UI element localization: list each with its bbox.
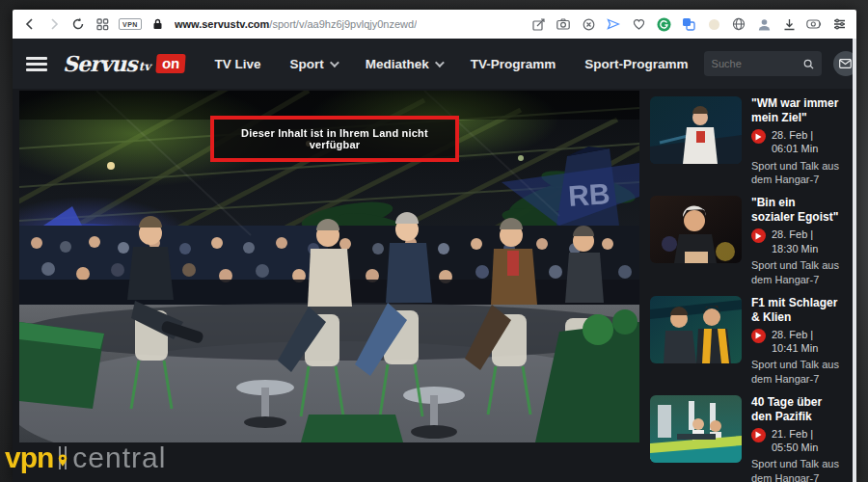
video-info: 40 Tage über den Pazifik 21. Feb | 05:50… bbox=[751, 395, 841, 482]
tune-icon[interactable] bbox=[831, 16, 847, 32]
toolbar-extensions bbox=[530, 16, 847, 32]
navbar-actions bbox=[704, 51, 856, 76]
vpncentral-watermark: vpn central bbox=[5, 442, 166, 474]
compose-icon[interactable] bbox=[530, 16, 546, 32]
translate-icon[interactable] bbox=[681, 16, 696, 32]
video-title[interactable]: "WM war immer mein Ziel" bbox=[751, 96, 841, 125]
nav-item-mediathek[interactable]: Mediathek bbox=[366, 57, 442, 71]
search-input[interactable] bbox=[712, 58, 798, 69]
watermark-vpn-text: vpn bbox=[5, 442, 53, 474]
nav-item-sport[interactable]: Sport bbox=[290, 57, 337, 71]
globe-icon[interactable] bbox=[731, 16, 746, 32]
nav-item-sport-programm[interactable]: Sport-Programm bbox=[584, 57, 688, 71]
video-meta: 28. Feb | 18:30 Min bbox=[772, 228, 841, 255]
video-show-name[interactable]: Sport und Talk aus dem Hangar-7 bbox=[751, 159, 841, 188]
site-navbar: Servustv on TV Live Sport Mediathek TV-P… bbox=[13, 39, 856, 89]
reload-icon[interactable] bbox=[70, 16, 86, 32]
search-box[interactable] bbox=[704, 51, 822, 76]
watermark-pin-icon bbox=[57, 446, 68, 469]
play-icon bbox=[751, 329, 766, 343]
thumbnail-art bbox=[650, 395, 742, 463]
search-icon[interactable] bbox=[803, 58, 814, 70]
back-icon[interactable] bbox=[22, 16, 38, 32]
video-thumbnail[interactable] bbox=[650, 296, 742, 363]
vpn-badge[interactable]: VPN bbox=[119, 18, 142, 30]
url-domain: www.servustv.com bbox=[175, 18, 269, 30]
thumbnail-art bbox=[650, 296, 742, 363]
thumbnail-art bbox=[650, 196, 742, 263]
url-path: /sport/v/aa9hz6j9pvlqjy0nzewd/ bbox=[269, 18, 417, 30]
video-list-item[interactable]: "WM war immer mein Ziel" 28. Feb | 06:01… bbox=[650, 96, 841, 187]
download-icon[interactable] bbox=[781, 16, 797, 32]
address-bar[interactable]: www.servustv.com/sport/v/aa9hz6j9pvlqjy0… bbox=[175, 18, 522, 30]
video-thumbnail[interactable] bbox=[650, 96, 742, 164]
watermark-central-text: central bbox=[72, 442, 166, 474]
webpage: Servustv on TV Live Sport Mediathek TV-P… bbox=[13, 39, 856, 482]
logo-tv-text: tv bbox=[139, 60, 151, 76]
servustv-logo[interactable]: Servustv on bbox=[63, 51, 185, 76]
play-icon bbox=[751, 428, 766, 442]
video-thumbnail[interactable] bbox=[650, 196, 742, 263]
video-meta: 21. Feb | 05:50 Min bbox=[772, 427, 841, 455]
mail-icon bbox=[839, 59, 852, 68]
nav-item-label: Sport bbox=[290, 57, 324, 71]
speed-dial-icon[interactable] bbox=[95, 16, 110, 32]
page-scrollbar[interactable] bbox=[853, 39, 856, 482]
logo-text: Servus bbox=[63, 51, 137, 76]
video-show-name[interactable]: Sport und Talk aus dem Hangar-7 bbox=[751, 457, 841, 482]
video-list-item[interactable]: "Bin ein sozialer Egoist" 28. Feb | 18:3… bbox=[650, 196, 841, 286]
nav-item-label: TV Live bbox=[214, 57, 260, 71]
desktop-background: VPN www.servustv.com/sport/v/aa9hz6j9pvl… bbox=[0, 0, 868, 482]
video-info: F1 mit Schlager & Klien 28. Feb | 10:41 … bbox=[751, 296, 841, 387]
video-title[interactable]: 40 Tage über den Pazifik bbox=[751, 395, 841, 424]
nav-item-tv-live[interactable]: TV Live bbox=[214, 57, 260, 71]
camera-icon[interactable] bbox=[556, 16, 571, 32]
video-meta-row: 28. Feb | 10:41 Min bbox=[751, 328, 841, 356]
video-list-item[interactable]: F1 mit Schlager & Klien 28. Feb | 10:41 … bbox=[650, 296, 841, 387]
url-text[interactable]: www.servustv.com/sport/v/aa9hz6j9pvlqjy0… bbox=[175, 18, 417, 30]
video-meta-row: 28. Feb | 06:01 Min bbox=[751, 128, 841, 156]
thumbnail-art bbox=[650, 96, 742, 164]
menu-icon[interactable] bbox=[26, 54, 47, 74]
nav-item-tv-programm[interactable]: TV-Programm bbox=[471, 57, 556, 71]
heart-icon[interactable] bbox=[631, 16, 646, 32]
video-meta-row: 28. Feb | 18:30 Min bbox=[751, 228, 841, 255]
video-info: "Bin ein sozialer Egoist" 28. Feb | 18:3… bbox=[751, 196, 841, 286]
chevron-down-icon bbox=[330, 58, 339, 67]
play-icon bbox=[751, 228, 766, 243]
grammarly-icon[interactable] bbox=[656, 16, 671, 32]
video-list-item[interactable]: 40 Tage über den Pazifik 21. Feb | 05:50… bbox=[650, 395, 841, 482]
main-content: RB bbox=[19, 91, 849, 482]
browser-toolbar: VPN www.servustv.com/sport/v/aa9hz6j9pvl… bbox=[13, 10, 856, 39]
video-meta: 28. Feb | 10:41 Min bbox=[772, 328, 841, 356]
video-info: "WM war immer mein Ziel" 28. Feb | 06:01… bbox=[751, 96, 841, 187]
nav-item-label: TV-Programm bbox=[471, 57, 556, 71]
chevron-down-icon bbox=[435, 58, 445, 67]
forward-icon[interactable] bbox=[46, 16, 62, 32]
video-meta-row: 21. Feb | 05:50 Min bbox=[751, 427, 841, 455]
video-title[interactable]: F1 mit Schlager & Klien bbox=[751, 296, 841, 325]
logo-on-badge: on bbox=[155, 54, 186, 73]
video-show-name[interactable]: Sport und Talk aus dem Hangar-7 bbox=[751, 358, 841, 387]
video-show-name[interactable]: Sport und Talk aus dem Hangar-7 bbox=[751, 258, 841, 287]
send-icon[interactable] bbox=[606, 16, 621, 32]
blocker-icon[interactable] bbox=[581, 16, 596, 32]
nav-links: TV Live Sport Mediathek TV-Programm Spor… bbox=[214, 57, 688, 71]
related-videos-sidebar: "WM war immer mein Ziel" 28. Feb | 06:01… bbox=[648, 91, 849, 482]
profile-icon[interactable] bbox=[756, 16, 772, 32]
video-title[interactable]: "Bin ein sozialer Egoist" bbox=[751, 196, 841, 225]
lock-icon[interactable] bbox=[150, 16, 166, 32]
play-icon bbox=[751, 129, 766, 144]
nav-item-label: Mediathek bbox=[366, 57, 429, 71]
video-meta: 28. Feb | 06:01 Min bbox=[772, 128, 841, 156]
geo-block-message: Dieser Inhalt ist in Ihrem Land nicht ve… bbox=[210, 116, 459, 162]
video-thumbnail[interactable] bbox=[650, 395, 742, 463]
battery-icon[interactable] bbox=[806, 16, 822, 32]
extension-faded-icon[interactable] bbox=[706, 16, 721, 32]
nav-item-label: Sport-Programm bbox=[584, 57, 688, 71]
video-player[interactable]: RB bbox=[19, 91, 639, 442]
browser-window: VPN www.servustv.com/sport/v/aa9hz6j9pvl… bbox=[13, 10, 856, 482]
